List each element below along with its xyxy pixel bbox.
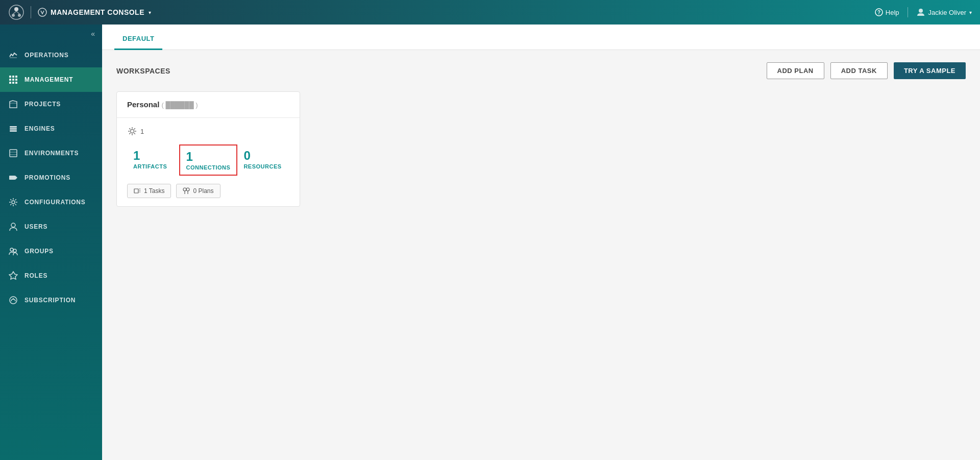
sidebar-item-management[interactable]: MANAGEMENT: [0, 67, 102, 92]
sidebar-label-roles: ROLES: [24, 272, 47, 279]
user-icon: [916, 8, 925, 17]
management-icon: [8, 75, 18, 85]
svg-rect-19: [15, 82, 17, 84]
sidebar-label-subscription: SUBSCRIPTION: [24, 297, 76, 304]
svg-rect-16: [15, 79, 17, 81]
sidebar-label-management: MANAGEMENT: [24, 76, 73, 83]
svg-line-4: [13, 11, 16, 14]
svg-marker-28: [15, 176, 17, 180]
sidebar-item-engines[interactable]: ENGINES: [0, 116, 102, 141]
help-icon: ?: [875, 8, 883, 16]
workspaces-title: WORKSPACES: [116, 67, 170, 75]
sidebar-item-configurations[interactable]: CONFIGURATIONS: [0, 190, 102, 214]
svg-point-35: [131, 130, 134, 133]
stat-connections[interactable]: 1 CONNECTIONS: [179, 144, 238, 176]
try-sample-button[interactable]: TRY A SAMPLE: [894, 62, 966, 79]
workspace-name-text: Personal: [127, 100, 159, 109]
app-title-dropdown[interactable]: ▾: [149, 10, 151, 15]
svg-rect-22: [10, 128, 17, 130]
sidebar-label-promotions: PROMOTIONS: [24, 174, 70, 181]
add-task-button[interactable]: ADD TASK: [830, 62, 888, 79]
svg-point-40: [183, 188, 186, 191]
svg-point-9: [919, 9, 923, 13]
app-title-area[interactable]: MANAGEMENT CONSOLE ▾: [37, 7, 151, 17]
app-title: MANAGEMENT CONSOLE: [51, 8, 144, 16]
workspace-badge-row: 1: [127, 126, 289, 136]
sidebar-item-users[interactable]: USERS: [0, 214, 102, 239]
sidebar-collapse-button[interactable]: «: [0, 25, 102, 43]
top-header: MANAGEMENT CONSOLE ▾ ? Help Jackie Olive…: [0, 0, 980, 25]
connections-number: 1: [186, 150, 231, 164]
sidebar-label-engines: ENGINES: [24, 125, 55, 132]
header-left: MANAGEMENT CONSOLE ▾: [8, 4, 151, 20]
svg-text:?: ?: [877, 10, 880, 15]
svg-rect-17: [9, 82, 11, 84]
plans-button[interactable]: 0 Plans: [176, 184, 220, 198]
groups-icon: [8, 246, 18, 256]
stat-artifacts[interactable]: 1 ARTIFACTS: [127, 144, 179, 176]
tasks-button[interactable]: 1 Tasks: [127, 184, 171, 198]
header-divider: [31, 6, 31, 18]
svg-line-5: [16, 11, 19, 14]
workspace-name-id: ( ██████ ): [162, 101, 198, 109]
sidebar-label-operations: OPERATIONS: [24, 52, 68, 59]
svg-point-30: [11, 223, 15, 227]
artifacts-label: ARTIFACTS: [133, 163, 173, 170]
workspaces-header: WORKSPACES ADD PLAN ADD TASK TRY A SAMPL…: [116, 62, 966, 79]
connections-label: CONNECTIONS: [186, 164, 231, 171]
projects-icon: [8, 99, 18, 109]
svg-rect-23: [10, 130, 17, 132]
stat-resources[interactable]: 0 RESOURCES: [237, 144, 289, 176]
roles-icon: [8, 271, 18, 281]
svg-point-6: [38, 8, 46, 16]
actions-row: 1 Tasks 0 Plans: [127, 184, 289, 198]
svg-rect-14: [9, 79, 11, 81]
stats-row: 1 ARTIFACTS 1 CONNECTIONS 0 RESOURCES: [127, 144, 289, 176]
tasks-label: 1 Tasks: [144, 187, 164, 195]
sidebar-item-projects[interactable]: PROJECTS: [0, 92, 102, 116]
sidebar-label-configurations: CONFIGURATIONS: [24, 199, 86, 206]
sidebar-item-promotions[interactable]: PROMOTIONS: [0, 165, 102, 190]
svg-rect-15: [12, 79, 14, 81]
tab-default[interactable]: DEFAULT: [114, 29, 162, 50]
sidebar-item-environments[interactable]: ENVIRONMENTS: [0, 141, 102, 165]
svg-rect-18: [12, 82, 14, 84]
resources-label: RESOURCES: [243, 163, 283, 170]
tasks-icon: [134, 187, 141, 195]
header-divider-2: [908, 7, 908, 17]
workspace-card-header: Personal ( ██████ ): [117, 92, 300, 118]
content-main: WORKSPACES ADD PLAN ADD TASK TRY A SAMPL…: [102, 50, 980, 460]
configurations-icon: [8, 197, 18, 207]
svg-point-29: [12, 201, 15, 204]
tab-default-label: DEFAULT: [122, 35, 154, 42]
artifacts-number: 1: [133, 149, 173, 163]
sidebar-label-users: USERS: [24, 223, 47, 230]
plans-label: 0 Plans: [193, 187, 213, 195]
workspace-name: Personal ( ██████ ): [127, 100, 198, 109]
svg-point-2: [12, 14, 15, 17]
sidebar: « OPERATIONS: [0, 25, 102, 460]
user-menu-arrow: ▾: [969, 10, 972, 15]
sidebar-label-environments: ENVIRONMENTS: [24, 150, 79, 157]
svg-point-41: [186, 188, 189, 191]
console-icon: [37, 7, 47, 17]
svg-rect-13: [15, 76, 17, 78]
svg-point-3: [18, 14, 21, 17]
help-label: Help: [886, 9, 899, 16]
sidebar-item-subscription[interactable]: SUBSCRIPTION: [0, 288, 102, 312]
svg-rect-21: [10, 126, 17, 128]
sidebar-item-roles[interactable]: ROLES: [0, 263, 102, 288]
user-menu[interactable]: Jackie Oliver ▾: [916, 8, 972, 17]
user-name: Jackie Oliver: [928, 9, 966, 16]
add-plan-button[interactable]: ADD PLAN: [767, 62, 824, 79]
sidebar-item-groups[interactable]: GROUPS: [0, 239, 102, 263]
engines-icon: [8, 124, 18, 134]
svg-rect-12: [12, 76, 14, 78]
logo-icon: [8, 4, 24, 20]
svg-point-32: [13, 249, 16, 252]
sidebar-item-operations[interactable]: OPERATIONS: [0, 43, 102, 67]
help-button[interactable]: ? Help: [875, 8, 899, 16]
svg-point-1: [14, 7, 18, 11]
svg-rect-11: [9, 76, 11, 78]
users-icon: [8, 222, 18, 232]
